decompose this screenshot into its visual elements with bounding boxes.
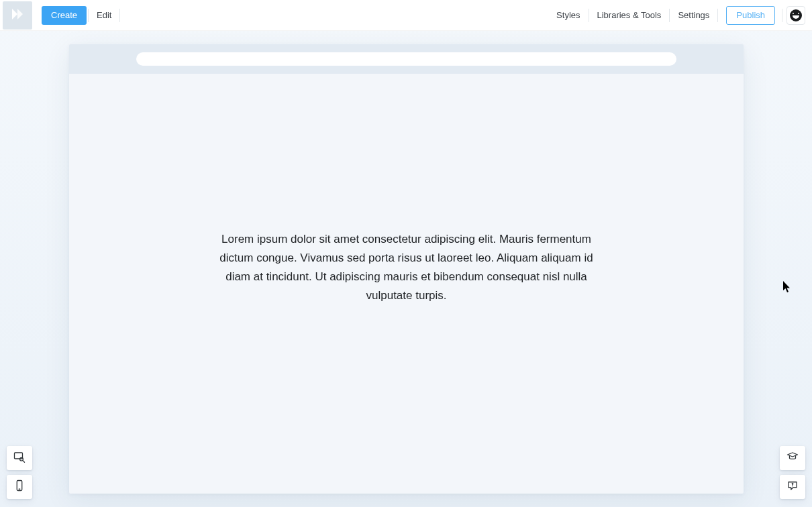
canvas-header-bar bbox=[136, 52, 676, 66]
mobile-preview-icon bbox=[13, 480, 26, 494]
logo-icon bbox=[9, 6, 26, 25]
display-search-button[interactable] bbox=[7, 446, 32, 470]
canvas-body[interactable]: Lorem ipsum dolor sit amet consectetur a… bbox=[69, 74, 744, 494]
edit-menu[interactable]: Edit bbox=[90, 8, 118, 23]
create-button[interactable]: Create bbox=[42, 6, 87, 25]
publish-button[interactable]: Publish bbox=[726, 6, 775, 25]
display-search-icon bbox=[13, 451, 26, 465]
separator bbox=[88, 9, 89, 22]
settings-menu[interactable]: Settings bbox=[671, 8, 716, 23]
canvas-header bbox=[69, 44, 744, 74]
learn-button[interactable] bbox=[780, 446, 805, 470]
svg-line-2 bbox=[23, 461, 25, 463]
learn-icon bbox=[786, 451, 799, 465]
avatar[interactable] bbox=[786, 6, 805, 25]
separator bbox=[119, 9, 120, 22]
topbar: Create Edit Styles Libraries & Tools Set… bbox=[0, 0, 812, 31]
separator bbox=[589, 9, 589, 22]
feedback-icon bbox=[786, 480, 799, 494]
svg-point-5 bbox=[792, 486, 793, 487]
mobile-preview-button[interactable] bbox=[7, 475, 32, 499]
app-logo[interactable] bbox=[3, 1, 32, 30]
separator bbox=[782, 9, 782, 22]
feedback-button[interactable] bbox=[780, 475, 805, 499]
separator bbox=[717, 9, 718, 22]
cursor-icon bbox=[783, 281, 791, 293]
styles-menu[interactable]: Styles bbox=[550, 8, 587, 23]
separator bbox=[669, 9, 670, 22]
avatar-face-icon bbox=[790, 9, 802, 21]
libraries-menu[interactable]: Libraries & Tools bbox=[591, 8, 668, 23]
page-canvas[interactable]: Lorem ipsum dolor sit amet consectetur a… bbox=[69, 44, 744, 494]
body-text[interactable]: Lorem ipsum dolor sit amet consectetur a… bbox=[219, 230, 595, 305]
